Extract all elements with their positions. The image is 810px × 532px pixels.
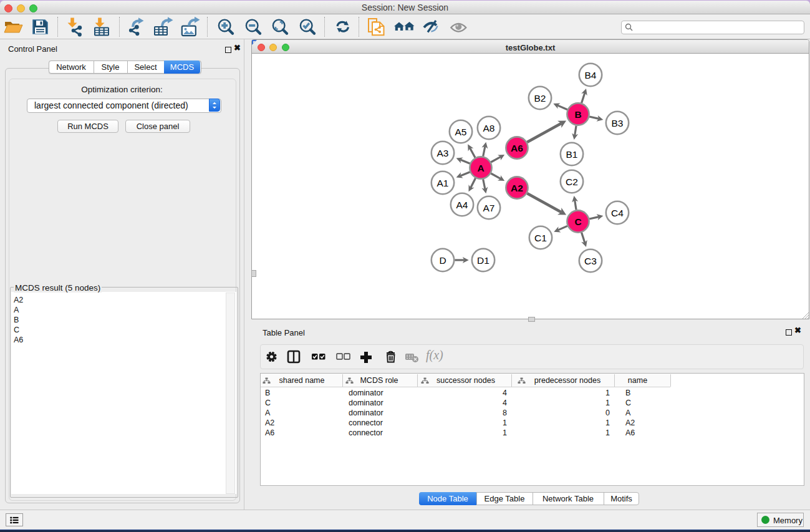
svg-text:A7: A7 — [483, 203, 495, 213]
svg-text:A4: A4 — [456, 200, 468, 210]
svg-text:B3: B3 — [612, 118, 624, 128]
svg-text:B1: B1 — [566, 149, 578, 160]
svg-text:D: D — [439, 255, 446, 266]
svg-text:A: A — [477, 163, 484, 173]
svg-text:A8: A8 — [483, 123, 495, 133]
svg-text:B2: B2 — [534, 93, 546, 104]
svg-text:A3: A3 — [437, 148, 449, 158]
svg-text:C4: C4 — [611, 208, 624, 218]
svg-text:A5: A5 — [455, 127, 467, 137]
svg-text:C3: C3 — [584, 256, 597, 266]
svg-text:C: C — [574, 216, 581, 227]
svg-text:B: B — [574, 109, 581, 120]
svg-text:A2: A2 — [511, 183, 523, 193]
svg-text:C1: C1 — [534, 233, 547, 243]
svg-text:C2: C2 — [566, 177, 578, 187]
svg-text:D1: D1 — [477, 255, 489, 266]
svg-text:B4: B4 — [585, 70, 597, 80]
svg-text:A1: A1 — [437, 178, 449, 188]
svg-text:A6: A6 — [511, 143, 523, 153]
